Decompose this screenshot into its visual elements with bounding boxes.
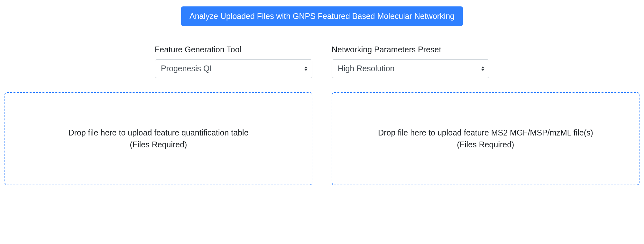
feature-tool-select[interactable]: Progenesis QI [155,59,312,78]
feature-tool-group: Feature Generation Tool Progenesis QI [155,45,312,78]
ms2-files-dropzone-text: Drop file here to upload feature MS2 MGF… [378,127,593,138]
controls-row: Feature Generation Tool Progenesis QI Ne… [3,45,641,78]
quant-table-dropzone-subtext: (Files Required) [130,139,187,150]
select-arrows-icon [304,66,308,71]
feature-tool-select-wrap: Progenesis QI [155,59,312,78]
network-preset-label: Networking Parameters Preset [332,45,489,54]
feature-tool-selected-value: Progenesis QI [161,64,212,73]
ms2-files-dropzone-subtext: (Files Required) [457,139,514,150]
analyze-button[interactable]: Analyze Uploaded Files with GNPS Feature… [181,6,463,26]
network-preset-group: Networking Parameters Preset High Resolu… [332,45,489,78]
network-preset-selected-value: High Resolution [338,64,395,73]
dropzones-row: Drop file here to upload feature quantif… [3,92,641,185]
ms2-files-dropzone[interactable]: Drop file here to upload feature MS2 MGF… [332,92,639,185]
quant-table-dropzone[interactable]: Drop file here to upload feature quantif… [5,92,312,185]
feature-tool-label: Feature Generation Tool [155,45,312,54]
network-preset-select-wrap: High Resolution [332,59,489,78]
header-section: Analyze Uploaded Files with GNPS Feature… [3,6,641,34]
select-arrows-icon [481,66,484,71]
network-preset-select[interactable]: High Resolution [332,59,489,78]
quant-table-dropzone-text: Drop file here to upload feature quantif… [68,127,248,138]
